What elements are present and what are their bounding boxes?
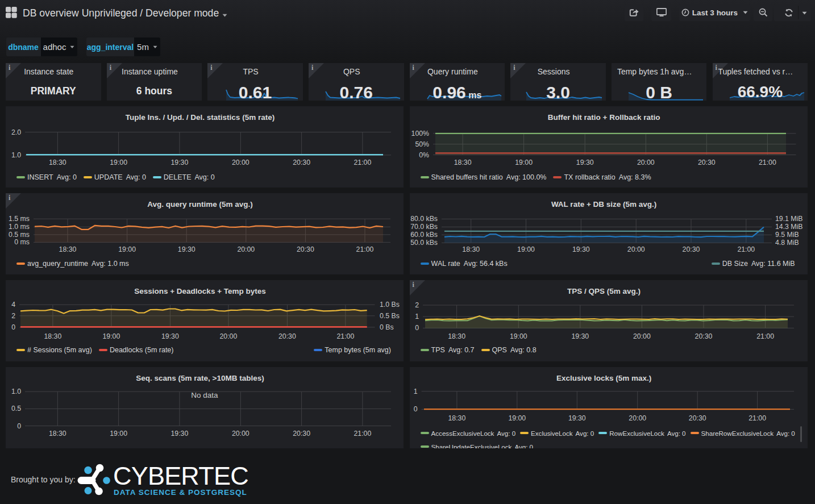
svg-text:DATA SCIENCE & POSTGRESQL: DATA SCIENCE & POSTGRESQL [114, 488, 247, 497]
svg-text:CYBERTEC: CYBERTEC [113, 461, 248, 490]
